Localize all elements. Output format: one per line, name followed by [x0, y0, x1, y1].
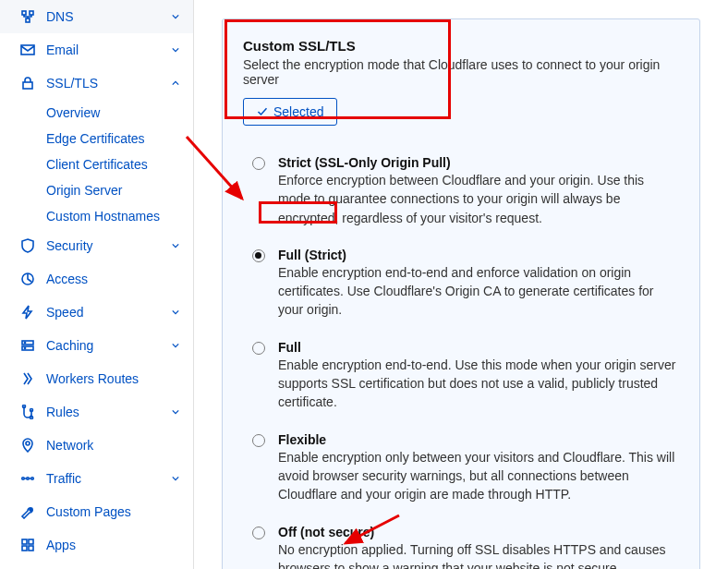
check-icon [257, 106, 268, 117]
sidebar-item-scrape-shield[interactable]: Scrape Shield [0, 562, 193, 569]
pin-icon [20, 438, 35, 453]
sidebar-subitem-custom-hostnames[interactable]: Custom Hostnames [0, 203, 193, 229]
sidebar-item-caching[interactable]: Caching [0, 329, 193, 362]
selected-badge-label: Selected [273, 104, 323, 119]
radio-flexible[interactable] [252, 434, 265, 447]
sidebar-subitem-overview[interactable]: Overview [0, 100, 193, 126]
card-subtitle: Select the encryption mode that Cloudfla… [243, 57, 679, 87]
svg-rect-4 [23, 82, 32, 89]
sidebar-item-ssltls[interactable]: SSL/TLS [0, 67, 193, 100]
sidebar-item-email[interactable]: Email [0, 33, 193, 67]
radio-full-strict[interactable] [252, 249, 265, 262]
sidebar-item-rules[interactable]: Rules [0, 395, 193, 429]
svg-rect-2 [26, 18, 30, 22]
option-body: Full (Strict)Enable encryption end-to-en… [278, 248, 679, 320]
drive-icon [20, 338, 35, 353]
encryption-options: Strict (SSL-Only Origin Pull)Enforce enc… [243, 146, 679, 569]
sidebar-item-label: Access [46, 272, 180, 286]
sidebar-item-label: Email [46, 42, 171, 57]
sidebar-item-label: Traffic [46, 471, 171, 486]
chevron-down-icon [171, 45, 180, 54]
option-full: FullEnable encryption end-to-end. Use th… [243, 331, 679, 423]
tool-icon [20, 504, 35, 519]
option-title: Flexible [278, 432, 679, 447]
shield-icon [20, 238, 35, 253]
chevron-up-icon [171, 79, 180, 88]
radio-full[interactable] [252, 342, 265, 355]
radio-off[interactable] [252, 527, 265, 539]
option-desc: No encryption applied. Turning off SSL d… [278, 540, 679, 569]
sidebar-item-label: DNS [46, 9, 171, 24]
option-body: FullEnable encryption end-to-end. Use th… [278, 340, 679, 412]
sidebar-item-speed[interactable]: Speed [0, 296, 193, 329]
sidebar-item-label: SSL/TLS [46, 76, 171, 91]
option-desc: Enable encryption end-to-end. Use this m… [278, 356, 679, 412]
rules-icon [20, 405, 35, 419]
option-title: Off (not secure) [278, 525, 679, 539]
option-title: Strict (SSL-Only Origin Pull) [278, 155, 679, 170]
card-title: Custom SSL/TLS [243, 38, 679, 54]
chevron-down-icon [171, 474, 180, 483]
sidebar: DNSEmailSSL/TLSOverviewEdge Certificates… [0, 0, 194, 569]
svg-rect-1 [30, 11, 33, 15]
sidebar-item-security[interactable]: Security [0, 229, 193, 262]
sidebar-subitem-origin-server[interactable]: Origin Server [0, 177, 193, 203]
option-body: FlexibleEnable encryption only between y… [278, 432, 679, 504]
dns-icon [20, 9, 35, 24]
sidebar-item-label: Speed [46, 305, 171, 320]
option-strict-pull: Strict (SSL-Only Origin Pull)Enforce enc… [243, 146, 679, 238]
sidebar-item-custom-pages[interactable]: Custom Pages [0, 495, 193, 528]
apps-icon [20, 538, 35, 552]
radio-strict-pull[interactable] [252, 157, 265, 170]
option-body: Strict (SSL-Only Origin Pull)Enforce enc… [278, 155, 679, 227]
svg-rect-18 [29, 539, 33, 544]
svg-rect-19 [22, 546, 27, 551]
sidebar-item-traffic[interactable]: Traffic [0, 462, 193, 495]
bolt-icon [20, 305, 35, 320]
svg-point-13 [26, 442, 30, 445]
sidebar-item-workers[interactable]: Workers Routes [0, 362, 193, 395]
access-icon [20, 272, 35, 286]
lock-icon [20, 76, 35, 91]
sidebar-subitem-edge-certs[interactable]: Edge Certificates [0, 126, 193, 151]
option-body: Off (not secure)No encryption applied. T… [278, 525, 679, 569]
card-header: Custom SSL/TLS Select the encryption mod… [243, 38, 679, 126]
svg-point-14 [22, 478, 25, 480]
chevron-down-icon [171, 241, 180, 250]
main-content: Custom SSL/TLS Select the encryption mod… [194, 0, 728, 569]
sidebar-item-label: Apps [46, 538, 180, 552]
mail-icon [20, 42, 35, 57]
chevron-down-icon [171, 308, 180, 317]
sidebar-item-network[interactable]: Network [0, 429, 193, 462]
chevron-down-icon [171, 12, 180, 21]
svg-point-15 [27, 478, 30, 480]
ssl-mode-card: Custom SSL/TLS Select the encryption mod… [222, 18, 700, 569]
option-full-strict: Full (Strict)Enable encryption end-to-en… [243, 238, 679, 331]
sidebar-item-label: Caching [46, 338, 171, 353]
option-desc: Enforce encryption between Cloudflare an… [278, 171, 679, 227]
option-flexible: FlexibleEnable encryption only between y… [243, 423, 679, 515]
chevron-down-icon [171, 407, 180, 417]
sidebar-item-access[interactable]: Access [0, 262, 193, 296]
traffic-icon [20, 471, 35, 486]
sidebar-subitem-client-certs[interactable]: Client Certificates [0, 151, 193, 177]
sidebar-item-label: Rules [46, 405, 171, 419]
option-off: Off (not secure)No encryption applied. T… [243, 515, 679, 569]
svg-rect-0 [22, 11, 26, 15]
workers-icon [20, 371, 35, 386]
sidebar-item-label: Custom Pages [46, 504, 180, 519]
selected-badge[interactable]: Selected [243, 98, 337, 126]
sidebar-item-apps[interactable]: Apps [0, 528, 193, 562]
sidebar-item-label: Network [46, 438, 180, 453]
svg-rect-20 [29, 546, 33, 551]
sidebar-item-dns[interactable]: DNS [0, 0, 193, 33]
svg-point-8 [24, 342, 25, 343]
option-desc: Enable encryption only between your visi… [278, 448, 679, 504]
svg-point-9 [24, 347, 25, 348]
option-title: Full [278, 340, 679, 355]
svg-point-16 [31, 478, 34, 480]
chevron-down-icon [171, 341, 180, 350]
option-title: Full (Strict) [278, 248, 679, 262]
svg-rect-3 [21, 45, 34, 54]
svg-rect-17 [22, 539, 27, 544]
